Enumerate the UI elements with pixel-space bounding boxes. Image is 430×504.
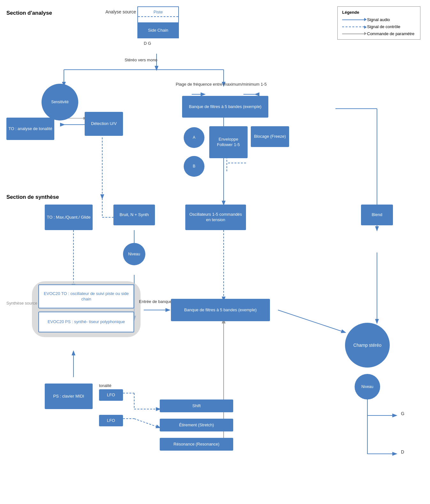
banque-filtres-synth-box: Banque de filtres à 5 bandes (exemple) (171, 299, 270, 321)
niveau-synth-circle: Niveau (123, 243, 145, 265)
blend-box: Blend (361, 205, 393, 225)
stereo-vers-mono: Stéréo vers mono (125, 58, 157, 63)
tonalite-label: tonalité (99, 384, 111, 389)
blocage-freeze-box: Blocage (Freeze) (251, 126, 289, 147)
legend-line-solid (342, 19, 365, 20)
section-analyse-title: Section d'analyse (6, 10, 52, 17)
sensitivite-label: Sensitivité (51, 100, 69, 104)
circle-a: A (184, 127, 204, 148)
evoc20-to-box: EVOC20 TO : oscillateur de suivi piste o… (38, 284, 134, 308)
legend-box: Légende Signal audio Signal de contrôle … (337, 6, 420, 40)
lfo2-box: LFO (99, 415, 123, 426)
shift-box: Shift (160, 399, 233, 412)
legend-row-commande: Commande de paramètre (342, 31, 416, 36)
bruit-n-synth-box: Bruit, N + Synth (113, 205, 155, 225)
analyse-source-label: Analyse source (105, 9, 136, 15)
legend-line-dashed (342, 27, 365, 27)
analyse-source-text: Analyse source (105, 9, 136, 14)
resonance-box: Résonance (Resonance) (160, 438, 233, 451)
legend-title: Légende (342, 10, 416, 15)
svg-line-23 (278, 310, 345, 332)
g-label: G (401, 411, 404, 416)
legend-row-signal-controle: Signal de contrôle (342, 24, 416, 29)
ps-clavier-midi-box: PS : clavier MIDI (45, 384, 93, 409)
piste-sidechain-container: Piste Side Chain (137, 6, 179, 38)
enveloppe-follower-box: Enveloppe Follower 1-5 (209, 126, 248, 158)
sensitivite-circle: Sensitivité (42, 84, 78, 120)
banque-filtres-analyse-box: Banque de filtres à 5 bandes (exemple) (182, 96, 268, 118)
synth-source-label: Synthèse source (6, 300, 37, 306)
champ-stereo-circle: Champ stéréo (345, 323, 390, 368)
d-label: D (401, 449, 404, 455)
section-synthese-title: Section de synthèse (6, 194, 59, 201)
legend-signal-controle-label: Signal de contrôle (367, 24, 400, 29)
oscillateurs-box: Oscillateurs 1-5 commandés en tension (185, 205, 246, 230)
legend-line-gray (342, 34, 365, 34)
main-diagram: Section d'analyse Légende Signal audio S… (0, 0, 430, 504)
lfo1-box: LFO (99, 389, 123, 401)
side-chain-label: Side Chain (138, 22, 178, 38)
niveau-champ-circle: Niveau (355, 374, 380, 399)
dg-label: D G (144, 41, 151, 46)
dg-text: D G (144, 41, 151, 46)
plage-freq-label: Plage de fréquence entre maximum/minimum… (176, 81, 267, 87)
legend-signal-audio-label: Signal audio (367, 17, 390, 22)
circle-b: B (184, 156, 204, 177)
legend-commande-label: Commande de paramètre (367, 31, 414, 36)
to-max-quant-box: TO : Max./Quant./ Glide (45, 205, 93, 230)
evoc20-ps-box: EVOC20 PS : synthé- tiseur polyphonique (38, 312, 134, 332)
to-analyse-box: TO : analyse de tonalité (6, 118, 54, 140)
legend-row-signal-audio: Signal audio (342, 17, 416, 22)
piste-label: Piste (138, 10, 178, 17)
detection-uv-box: Détection U/V (85, 112, 123, 136)
svg-line-35 (134, 419, 160, 428)
etirement-box: Étirement (Stretch) (160, 419, 233, 431)
